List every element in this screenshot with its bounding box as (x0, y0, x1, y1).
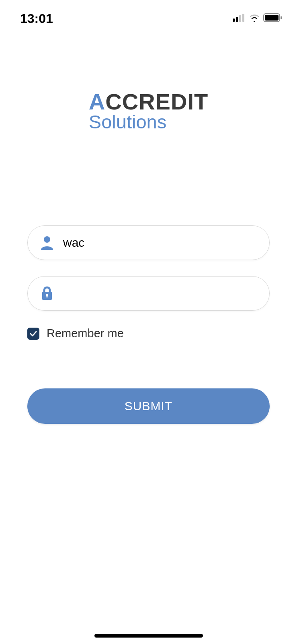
status-time: 13:01 (20, 11, 53, 26)
login-form: Remember me SUBMIT (0, 225, 297, 424)
remember-label: Remember me (47, 327, 124, 340)
wifi-icon (249, 14, 260, 23)
lock-icon (39, 286, 55, 301)
user-icon (39, 235, 55, 250)
svg-rect-10 (47, 295, 48, 297)
status-bar: 13:01 (0, 0, 297, 28)
svg-rect-0 (233, 19, 235, 22)
svg-rect-5 (265, 15, 279, 21)
username-input[interactable] (63, 236, 258, 250)
password-input[interactable] (63, 287, 258, 300)
svg-rect-3 (242, 14, 244, 22)
submit-button[interactable]: SUBMIT (27, 388, 270, 424)
svg-point-7 (44, 236, 50, 243)
svg-rect-6 (281, 16, 282, 19)
cellular-icon (233, 14, 246, 23)
remember-row: Remember me (27, 327, 270, 340)
status-icons (233, 13, 283, 24)
svg-rect-1 (236, 17, 238, 22)
battery-icon (263, 13, 283, 24)
logo: ACCREDIT Solutions (0, 89, 297, 133)
logo-line2: Solutions (89, 111, 205, 133)
username-field[interactable] (27, 225, 270, 260)
check-icon (29, 330, 37, 338)
remember-checkbox[interactable] (27, 328, 39, 340)
password-field[interactable] (27, 276, 270, 311)
home-indicator[interactable] (94, 634, 203, 638)
svg-rect-2 (239, 15, 241, 22)
